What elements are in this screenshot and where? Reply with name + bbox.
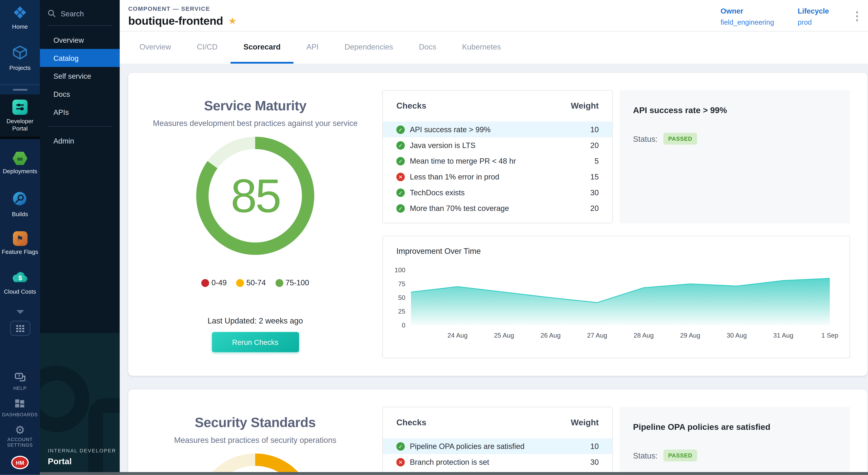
legend-dot-amber <box>236 279 244 287</box>
x-axis-tick: 29 Aug <box>680 332 700 339</box>
scorecard-content: Service Maturity Measures development be… <box>120 64 868 475</box>
rail-item-label: Home <box>12 23 28 30</box>
check-weight: 30 <box>590 188 599 197</box>
checks-rows: ✓API success rate > 99%10✓Java version i… <box>383 122 612 216</box>
y-axis-tick: 0 <box>402 322 405 329</box>
rail-item-cloud-costs[interactable]: $ Cloud Costs <box>4 271 36 311</box>
kebab-menu-icon[interactable] <box>852 7 861 21</box>
checks-column-header: Checks <box>396 101 426 110</box>
check-row[interactable]: ✓Pipeline OPA policies are satisfied10 <box>383 438 612 454</box>
x-axis-tick: 28 Aug <box>633 332 654 339</box>
check-detail-title: API success rate > 99% <box>633 105 837 115</box>
user-avatar[interactable]: HM <box>11 456 29 469</box>
scorecard-subtitle: Measures development best practices agai… <box>128 119 382 128</box>
y-axis-tick: 75 <box>398 280 405 288</box>
favorite-star-icon[interactable]: ★ <box>228 16 237 26</box>
rail-item-dashboards[interactable]: DASHBOARDS <box>2 399 38 418</box>
sidebar-search[interactable]: Search <box>48 7 112 20</box>
module-grid-button[interactable] <box>10 321 30 336</box>
sidebar-item-self-service[interactable]: Self service <box>40 67 120 85</box>
sidebar-item-catalog[interactable]: Catalog <box>40 49 120 67</box>
owner-meta: Owner field_engineering <box>721 7 774 26</box>
scorecard-subtitle: Measures best practices of security oper… <box>128 436 382 445</box>
check-pass-icon: ✓ <box>396 157 405 165</box>
search-icon <box>48 9 56 18</box>
tab-overview[interactable]: Overview <box>127 31 184 64</box>
rail-collapse-handle[interactable] <box>0 84 40 94</box>
y-axis-tick: 100 <box>395 266 405 274</box>
check-name: Branch protection is set <box>410 458 489 466</box>
check-weight: 20 <box>590 141 599 149</box>
rail-item-deployments[interactable]: ∞ Deployments <box>3 151 37 191</box>
module-grid-icon <box>16 324 25 332</box>
rerun-checks-button[interactable]: Rerun Checks <box>212 332 299 352</box>
check-name: Less than 1% error in prod <box>410 173 499 181</box>
check-row[interactable]: ✓More than 70% test coverage20 <box>383 200 612 216</box>
check-row[interactable]: ✓Java version is LTS20 <box>383 137 612 153</box>
sidebar-footer: INTERNAL DEVELOPER Portal <box>40 333 120 475</box>
check-row[interactable]: ✓API success rate > 99%10 <box>383 122 612 138</box>
decor-ring <box>40 366 89 432</box>
tab-cicd[interactable]: CI/CD <box>184 31 230 64</box>
tab-dependencies[interactable]: Dependencies <box>332 31 406 64</box>
score-donut-chart <box>196 453 314 475</box>
rail-item-label: Feature Flags <box>2 248 38 255</box>
scorecard-title: Security Standards <box>128 415 382 431</box>
check-weight: 15 <box>590 173 599 181</box>
entity-tabs: Overview CI/CD Scorecard API Dependencie… <box>120 31 868 64</box>
rail-item-label: ACCOUNT SETTINGS <box>1 438 38 448</box>
svg-text:$: $ <box>19 274 22 281</box>
checks-column-header: Checks <box>396 417 426 427</box>
tab-scorecard[interactable]: Scorecard <box>230 31 293 64</box>
checks-table: Checks Weight ✓Pipeline OPA policies are… <box>382 407 613 475</box>
rail-item-projects[interactable]: Projects <box>9 46 31 81</box>
developer-portal-icon <box>12 100 27 115</box>
check-name: Pipeline OPA policies are satisfied <box>410 442 524 450</box>
check-name: TechDocs exists <box>410 188 465 197</box>
check-row[interactable]: ✓Mean time to merge PR < 48 hr5 <box>383 153 612 169</box>
owner-link[interactable]: field_engineering <box>721 19 774 26</box>
breadcrumb: COMPONENT — SERVICE <box>128 5 237 12</box>
legend-item: 75-100 <box>275 278 309 287</box>
service-maturity-card: Service Maturity Measures development be… <box>128 72 867 376</box>
rail-item-home[interactable]: ❖ Home <box>12 5 28 40</box>
x-axis-tick: 26 Aug <box>540 332 561 339</box>
rail-item-account-settings[interactable]: ⚙ ACCOUNT SETTINGS <box>1 425 38 448</box>
check-row[interactable]: ✓TechDocs exists30 <box>383 184 612 200</box>
check-fail-icon: ✕ <box>396 173 405 181</box>
chevron-down-icon[interactable] <box>16 310 24 314</box>
x-axis-tick: 25 Aug <box>494 332 514 339</box>
rail-item-help[interactable]: ? HELP <box>13 373 27 391</box>
sidebar-item-admin[interactable]: Admin <box>40 132 120 150</box>
sidebar-item-docs[interactable]: Docs <box>40 85 120 103</box>
tab-docs[interactable]: Docs <box>406 31 449 64</box>
sidebar-item-apis[interactable]: APIs <box>40 103 120 121</box>
improvement-chart-panel: 025507510024 Aug25 Aug26 Aug27 Aug28 Aug… <box>382 236 850 358</box>
last-updated-text: Last Updated: 2 weeks ago <box>128 316 382 325</box>
lifecycle-value[interactable]: prod <box>798 19 829 26</box>
rail-item-developer-portal[interactable]: Developer Portal <box>0 94 40 139</box>
check-detail-title: Pipeline OPA policies are satisfied <box>633 422 837 432</box>
rail-item-feature-flags[interactable]: ⚑ Feature Flags <box>2 231 38 271</box>
feature-flags-icon: ⚑ <box>13 231 27 246</box>
check-pass-icon: ✓ <box>396 141 405 149</box>
svg-text:?: ? <box>18 374 20 378</box>
rail-item-label: Developer Portal <box>1 118 38 131</box>
lifecycle-label: Lifecycle <box>798 7 829 15</box>
rail-item-label: Projects <box>9 64 31 71</box>
rail-item-builds[interactable]: Builds <box>12 191 28 231</box>
check-pass-icon: ✓ <box>396 125 405 134</box>
tab-kubernetes[interactable]: Kubernetes <box>449 31 514 64</box>
check-pass-icon: ✓ <box>396 188 405 197</box>
check-row[interactable]: ✕Branch protection is set30 <box>383 454 612 470</box>
sidebar-item-overview[interactable]: Overview <box>40 31 120 49</box>
check-row[interactable]: ✕Less than 1% error in prod15 <box>383 169 612 185</box>
rail-item-label: Deployments <box>3 168 37 174</box>
check-detail-panel: API success rate > 99% Status: PASSED <box>620 90 850 224</box>
horizontal-scrollbar[interactable] <box>40 472 868 475</box>
x-axis-tick: 24 Aug <box>447 332 467 339</box>
help-chat-icon: ? <box>14 373 26 384</box>
deployments-icon: ∞ <box>12 151 27 166</box>
module-rail: ❖ Home Projects Developer Portal ∞ Deplo… <box>0 0 40 475</box>
tab-api[interactable]: API <box>293 31 332 64</box>
